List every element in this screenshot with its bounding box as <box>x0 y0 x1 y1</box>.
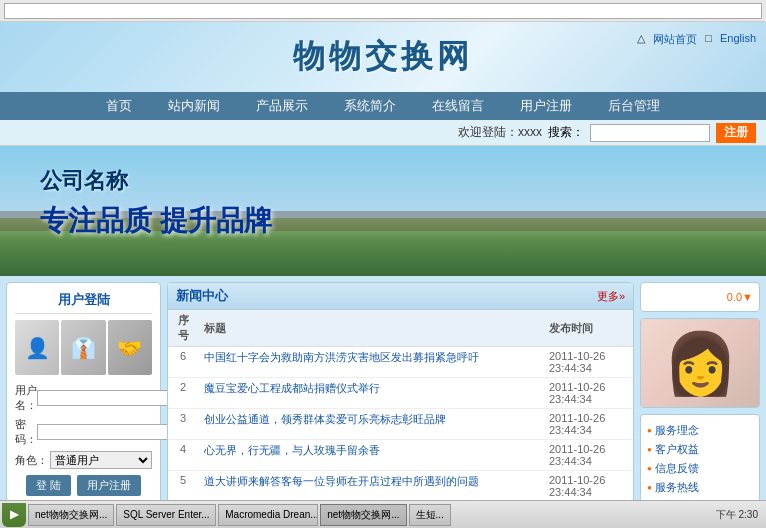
nav-item-products[interactable]: 产品展示 <box>238 92 326 120</box>
search-bar: 欢迎登陆：xxxx 搜索： 注册 <box>0 120 766 146</box>
taskbar: ▶ net物物交换网... SQL Server Enter... Macrom… <box>0 500 766 528</box>
table-row: 3 创业公益通道，领秀群体卖爱可乐亮标志彰旺品牌 2011-10-2623:44… <box>168 409 633 440</box>
start-button[interactable]: ▶ <box>2 503 26 527</box>
nav-item-about[interactable]: 系统简介 <box>326 92 414 120</box>
banner-slogan: 专注品质 提升品牌 <box>40 202 272 240</box>
browser-bar: http://localhost/Default.aspx <box>0 0 766 22</box>
nav-item-home[interactable]: 首页 <box>88 92 150 120</box>
username-field: 用户名： <box>15 383 152 413</box>
login-button[interactable]: 登 陆 <box>26 475 71 496</box>
password-input[interactable] <box>37 424 183 440</box>
news-num: 3 <box>168 409 198 440</box>
site-wrapper: 物物交换网 △ 网站首页 □ English 首页 站内新闻 产品展示 系统简介… <box>0 22 766 528</box>
counter-value: 0.0▼ <box>727 291 753 303</box>
person-image: 👩 <box>641 319 759 407</box>
news-date: 2011-10-2623:44:34 <box>543 471 633 502</box>
taskbar-item-extra[interactable]: 生短... <box>409 504 451 526</box>
col-date: 发布时间 <box>543 310 633 347</box>
news-title-cell[interactable]: 创业公益通道，领秀群体卖爱可乐亮标志彰旺品牌 <box>198 409 543 440</box>
nav-item-register[interactable]: 用户注册 <box>502 92 590 120</box>
password-field: 密 码： <box>15 417 152 447</box>
right-counter: 0.0▼ <box>640 282 760 312</box>
table-row: 4 心无界，行无疆，与人玫瑰手留余香 2011-10-2623:44:34 <box>168 440 633 471</box>
register-button[interactable]: 用户注册 <box>77 475 141 496</box>
nav-item-message[interactable]: 在线留言 <box>414 92 502 120</box>
news-date: 2011-10-2623:44:34 <box>543 347 633 378</box>
login-title: 用户登陆 <box>15 291 152 314</box>
role-select[interactable]: 普通用户 <box>50 451 152 469</box>
nav-item-admin[interactable]: 后台管理 <box>590 92 678 120</box>
news-title-cell[interactable]: 道大讲师来解答客每一位导师在开店过程中所遇到的问题 <box>198 471 543 502</box>
login-box: 用户登陆 👤 👔 🤝 用户名： 密 <box>6 282 161 505</box>
person-box: 👩 <box>640 318 760 408</box>
news-title-cell[interactable]: 中国红十字会为救助南方洪涝灾害地区发出募捐紧急呼吁 <box>198 347 543 378</box>
col-title: 标题 <box>198 310 543 347</box>
middle-panel: 新闻中心 更多» 序号 标题 发布时间 6 中国红十字会为救助南方洪涝灾害地区发… <box>167 282 634 528</box>
news-num: 5 <box>168 471 198 502</box>
welcome-text: 欢迎登陆：xxxx <box>458 124 542 141</box>
news-num: 4 <box>168 440 198 471</box>
right-link-item[interactable]: 信息反馈 <box>647 459 753 478</box>
address-bar[interactable]: http://localhost/Default.aspx <box>4 3 762 19</box>
banner-company: 公司名称 <box>40 166 272 196</box>
login-images: 👤 👔 🤝 <box>15 320 152 375</box>
login-image-3: 🤝 <box>108 320 152 375</box>
right-link-item[interactable]: 服务热线 <box>647 478 753 497</box>
username-label: 用户名： <box>15 383 37 413</box>
search-label: 搜索： <box>548 124 584 141</box>
nav-bar: 首页 站内新闻 产品展示 系统简介 在线留言 用户注册 后台管理 <box>0 92 766 120</box>
news-title-cell[interactable]: 心无界，行无疆，与人玫瑰手留余香 <box>198 440 543 471</box>
password-label: 密 码： <box>15 417 37 447</box>
news-date: 2011-10-2623:44:34 <box>543 409 633 440</box>
news-header: 新闻中心 更多» <box>168 283 633 310</box>
header-links: △ 网站首页 □ English <box>637 32 756 47</box>
right-link-item[interactable]: 服务理念 <box>647 421 753 440</box>
news-date: 2011-10-2623:44:34 <box>543 440 633 471</box>
right-link-item[interactable]: 客户权益 <box>647 440 753 459</box>
banner: 公司名称 专注品质 提升品牌 <box>0 146 766 276</box>
header-english-link[interactable]: English <box>720 32 756 47</box>
login-image-1: 👤 <box>15 320 59 375</box>
search-button[interactable]: 注册 <box>716 123 756 143</box>
table-row: 2 魔豆宝爱心工程成都站捐赠仪式举行 2011-10-2623:44:34 <box>168 378 633 409</box>
news-title: 新闻中心 <box>176 287 228 305</box>
news-title-cell[interactable]: 魔豆宝爱心工程成都站捐赠仪式举行 <box>198 378 543 409</box>
header-home-link[interactable]: 网站首页 <box>653 32 697 47</box>
login-buttons: 登 陆 用户注册 <box>15 475 152 496</box>
header-icon-home: △ <box>637 32 645 47</box>
news-more-link[interactable]: 更多» <box>597 289 625 304</box>
news-num: 6 <box>168 347 198 378</box>
taskbar-item-0[interactable]: net物物交换网... <box>28 504 114 526</box>
taskbar-item-2[interactable]: Macromedia Drean... <box>218 504 318 526</box>
news-table: 序号 标题 发布时间 6 中国红十字会为救助南方洪涝灾害地区发出募捐紧急呼吁 2… <box>168 310 633 502</box>
left-panel: 用户登陆 👤 👔 🤝 用户名： 密 <box>6 282 161 528</box>
col-num: 序号 <box>168 310 198 347</box>
header-icon-english: □ <box>705 32 712 47</box>
table-row: 6 中国红十字会为救助南方洪涝灾害地区发出募捐紧急呼吁 2011-10-2623… <box>168 347 633 378</box>
nav-item-news[interactable]: 站内新闻 <box>150 92 238 120</box>
search-input[interactable] <box>590 124 710 142</box>
table-row: 5 道大讲师来解答客每一位导师在开店过程中所遇到的问题 2011-10-2623… <box>168 471 633 502</box>
main-content: 用户登陆 👤 👔 🤝 用户名： 密 <box>0 276 766 528</box>
site-header: 物物交换网 △ 网站首页 □ English <box>0 22 766 92</box>
username-input[interactable] <box>37 390 183 406</box>
news-date: 2011-10-2623:44:34 <box>543 378 633 409</box>
taskbar-item-1[interactable]: SQL Server Enter... <box>116 504 216 526</box>
site-title: 物物交换网 <box>293 35 473 79</box>
banner-text: 公司名称 专注品质 提升品牌 <box>40 166 272 240</box>
login-image-2: 👔 <box>61 320 105 375</box>
news-box: 新闻中心 更多» 序号 标题 发布时间 6 中国红十字会为救助南方洪涝灾害地区发… <box>167 282 634 503</box>
taskbar-item-3[interactable]: net物物交换网... <box>320 504 406 526</box>
right-panel: 0.0▼ 👩 服务理念客户权益信息反馈服务热线产品知识资料下载 <box>640 282 760 528</box>
taskbar-clock: 下午 2:30 <box>710 508 764 522</box>
role-label: 角色： <box>15 453 50 468</box>
news-num: 2 <box>168 378 198 409</box>
role-field: 角色： 普通用户 <box>15 451 152 469</box>
